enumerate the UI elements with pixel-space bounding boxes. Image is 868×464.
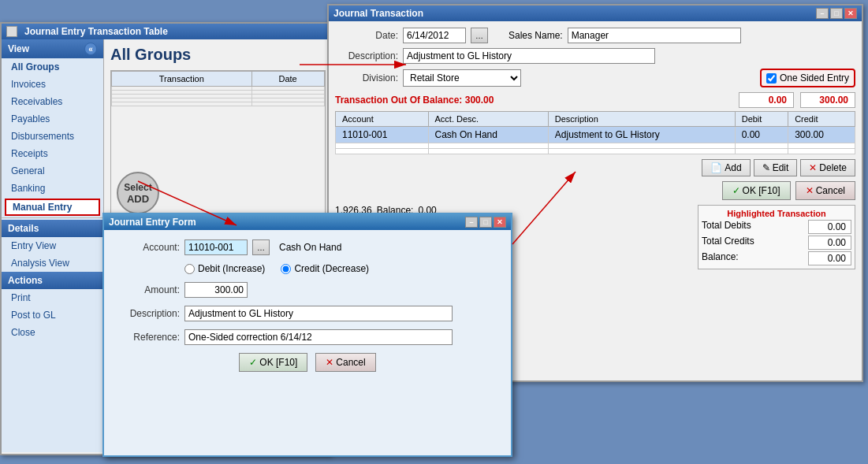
delete-icon: ✕	[809, 162, 817, 173]
add-button[interactable]: 📄 Add	[702, 159, 750, 176]
jet-main-title: All Groups	[110, 46, 326, 64]
jt-minimize-btn[interactable]: –	[816, 8, 829, 19]
jef-account-input[interactable]: 11010-001	[184, 239, 248, 255]
debit-radio[interactable]	[184, 264, 195, 274]
total-credits-row: Total Credits 0.00	[702, 236, 851, 250]
sidebar-item-general[interactable]: General	[2, 162, 103, 180]
jt-titlebar: Journal Transaction – □ ✕	[329, 6, 862, 21]
jef-ok-btn-label: OK [F10]	[259, 357, 297, 368]
sidebar-view-header: View «	[2, 39, 103, 58]
sidebar-item-post-to-gl[interactable]: Post to GL	[2, 306, 103, 324]
sidebar-item-disbursements[interactable]: Disbursements	[2, 128, 103, 145]
jef-radio-row: Debit (Increase) Credit (Decrease)	[184, 263, 498, 274]
jef-description-input[interactable]	[184, 306, 453, 321]
total-debits-value: 0.00	[808, 220, 851, 234]
out-of-balance-bar: Transaction Out Of Balance: 300.00 0.00 …	[335, 92, 855, 108]
ok-button[interactable]: ✓ OK [F10]	[722, 181, 791, 200]
sidebar-item-close[interactable]: Close	[2, 324, 103, 341]
division-select[interactable]: Retail Store	[403, 69, 521, 87]
jef-titlebar-buttons: – □ ✕	[465, 217, 506, 228]
delete-button[interactable]: ✕ Delete	[800, 159, 855, 176]
jef-amount-input[interactable]	[184, 282, 248, 298]
col-account: Account	[336, 112, 429, 127]
sidebar-actions-header: Actions	[2, 272, 103, 289]
jef-reference-label: Reference:	[117, 332, 180, 343]
jt-division-row: Division: Retail Store One Sided Entry	[335, 69, 855, 87]
jef-cancel-button[interactable]: ✕ Cancel	[315, 353, 375, 372]
sidebar-item-label: Receivables	[11, 96, 62, 107]
jef-ok-button[interactable]: ✓ OK [F10]	[239, 353, 307, 372]
credit-radio[interactable]	[281, 264, 291, 274]
debit-radio-item[interactable]: Debit (Increase)	[184, 263, 265, 274]
jef-reference-row: Reference:	[117, 329, 498, 345]
jef-description-label: Description:	[117, 308, 180, 319]
balance-right: Highlighted Transaction Total Debits 0.0…	[698, 205, 855, 269]
sidebar-item-print[interactable]: Print	[2, 289, 103, 306]
jt-description-row: Description:	[335, 48, 855, 64]
sidebar-actions-label: Actions	[8, 275, 43, 286]
cancel-button[interactable]: ✕ Cancel	[795, 181, 855, 200]
jef-reference-input[interactable]	[184, 329, 453, 345]
sidebar-item-entry-view[interactable]: Entry View	[2, 237, 103, 254]
sidebar-divider	[2, 217, 103, 218]
jt-window-title: Journal Transaction	[333, 8, 423, 19]
one-sided-entry-container: One Sided Entry	[760, 69, 855, 87]
debit-radio-label: Debit (Increase)	[198, 263, 265, 274]
sidebar-item-label: Disbursements	[11, 131, 74, 142]
total-credits-label: Total Credits	[702, 236, 754, 250]
jef-window: Journal Entry Form – □ ✕ Account: 11010-…	[102, 213, 512, 457]
jef-description-row: Description:	[117, 306, 498, 321]
jef-cancel-btn-label: Cancel	[336, 357, 365, 368]
table-row[interactable]: 11010-001 Cash On Hand Adjustment to GL …	[336, 127, 855, 143]
sidebar-item-payables[interactable]: Payables	[2, 110, 103, 128]
jt-date-row: Date: … Sales Name:	[335, 28, 855, 43]
col-debit: Debit	[735, 112, 788, 127]
sidebar-item-banking[interactable]: Banking	[2, 180, 103, 197]
sidebar-item-label: Invoices	[11, 79, 46, 90]
row-debit: 0.00	[735, 127, 788, 143]
select-add-line2: ADD	[127, 193, 149, 205]
col-description: Description	[548, 112, 735, 127]
table-row[interactable]	[336, 149, 855, 154]
jef-account-picker-btn[interactable]: …	[252, 239, 270, 255]
edit-icon: ✎	[762, 162, 770, 173]
jef-window-title: Journal Entry Form	[109, 217, 196, 228]
sidebar-item-label: Manual Entry	[13, 202, 72, 213]
sidebar-item-manual-entry[interactable]: Manual Entry	[5, 199, 100, 216]
table-row[interactable]	[112, 102, 325, 106]
sidebar-item-receipts[interactable]: Receipts	[2, 145, 103, 162]
jt-account-table: Account Acct. Desc. Description Debit Cr…	[335, 111, 855, 154]
sidebar-item-invoices[interactable]: Invoices	[2, 76, 103, 93]
jt-maximize-btn[interactable]: □	[830, 8, 843, 19]
one-sided-entry-label: One Sided Entry	[780, 72, 849, 84]
col-transaction: Transaction	[112, 72, 252, 87]
jef-minimize-btn[interactable]: –	[465, 217, 478, 228]
one-sided-entry-checkbox[interactable]	[766, 73, 777, 84]
balance-bottom-row: Balance: 0.00	[702, 251, 851, 265]
edit-button[interactable]: ✎ Edit	[754, 159, 798, 176]
sidebar-item-all-groups[interactable]: All Groups	[2, 58, 103, 76]
jef-maximize-btn[interactable]: □	[479, 217, 492, 228]
amount-box-1: 0.00	[739, 92, 794, 108]
jet-window-title: Journal Entry Transaction Table	[24, 26, 168, 37]
jef-account-value: 11010-001	[188, 242, 233, 253]
jt-close-btn[interactable]: ✕	[844, 8, 857, 19]
sidebar-item-receivables[interactable]: Receivables	[2, 93, 103, 110]
date-picker-btn[interactable]: …	[471, 28, 488, 43]
date-input[interactable]	[403, 28, 466, 43]
table-row[interactable]	[336, 143, 855, 149]
jef-radio-group: Debit (Increase) Credit (Decrease)	[184, 263, 369, 274]
sidebar-item-analysis-view[interactable]: Analysis View	[2, 254, 103, 272]
col-date: Date	[251, 72, 324, 87]
credit-radio-label: Credit (Decrease)	[294, 263, 369, 274]
delete-btn-label: Delete	[819, 162, 847, 173]
sales-name-input[interactable]	[568, 28, 741, 43]
jef-cancel-icon: ✕	[326, 357, 333, 368]
description-input[interactable]	[403, 48, 655, 64]
highlighted-transaction-label: Highlighted Transaction	[702, 209, 851, 218]
credit-radio-item[interactable]: Credit (Decrease)	[281, 263, 369, 274]
sidebar-collapse-btn[interactable]: «	[84, 43, 97, 55]
jet-titlebar: Journal Entry Transaction Table	[2, 24, 330, 39]
jt-action-buttons: 📄 Add ✎ Edit ✕ Delete	[335, 159, 855, 176]
jef-close-btn[interactable]: ✕	[494, 217, 506, 228]
